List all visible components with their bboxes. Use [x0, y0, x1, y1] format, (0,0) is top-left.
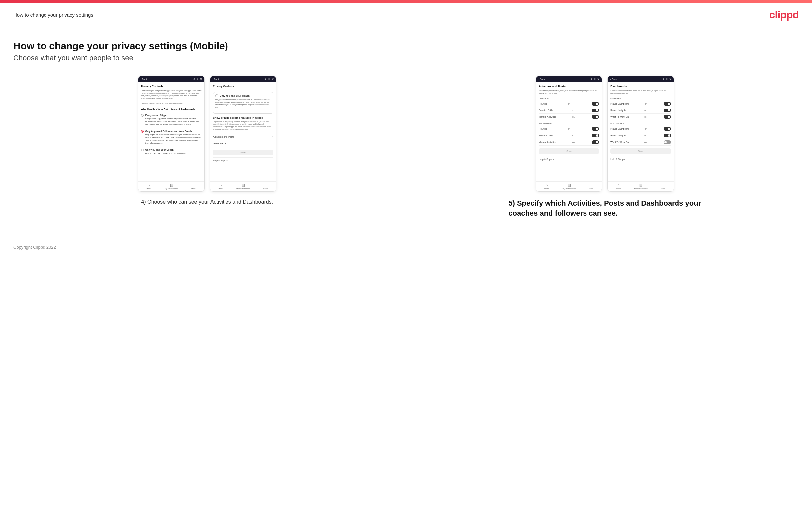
- toggle-row-coaches-manual: Manual Activities ON: [539, 114, 599, 120]
- home-label-3: Home: [544, 188, 549, 190]
- toggle-followers-round-insights[interactable]: [664, 134, 671, 137]
- search-icon-4[interactable]: ☌: [663, 78, 664, 80]
- toggle-followers-rounds[interactable]: [592, 127, 599, 131]
- toggle-coaches-rounds[interactable]: [592, 102, 599, 106]
- footer-performance-4[interactable]: ▤ My Performance: [634, 183, 648, 190]
- phone-footer-1: ⌂ Home ▤ My Performance ☰ Menu: [139, 181, 204, 191]
- toggle-coaches-drills[interactable]: [592, 109, 599, 112]
- header-icons-2: ☌ ☺ ⚙: [265, 78, 274, 80]
- header: How to change your privacy settings clip…: [0, 3, 812, 27]
- footer-home-4[interactable]: ⌂ Home: [616, 183, 621, 190]
- toggle-coaches-round-insights[interactable]: [664, 109, 671, 112]
- on-label-f-d: ON: [570, 135, 573, 137]
- footer-performance-3[interactable]: ▤ My Performance: [563, 183, 576, 190]
- back-label-4: Back: [612, 78, 617, 80]
- toggle-followers-player[interactable]: [664, 127, 671, 131]
- person-icon-2[interactable]: ☺: [268, 78, 270, 80]
- footer-menu-2[interactable]: ☰ Menu: [263, 183, 268, 190]
- phone-body-3: Activities and Posts Select the types of…: [536, 82, 602, 181]
- body-text-4: Select the dashboards that you'd like to…: [610, 90, 671, 95]
- menu-label-1: Menu: [191, 188, 196, 190]
- what-to-work-label-coaches: What To Work On: [610, 116, 629, 118]
- person-icon-3[interactable]: ☺: [594, 78, 596, 80]
- menu-item-activities[interactable]: Activities and Posts ›: [213, 134, 273, 140]
- person-icon-4[interactable]: ☺: [666, 78, 668, 80]
- save-btn-3[interactable]: Save: [539, 148, 599, 154]
- search-icon-2[interactable]: ☌: [265, 78, 267, 80]
- footer-performance-2[interactable]: ▤ My Performance: [237, 183, 250, 190]
- search-icon-3[interactable]: ☌: [591, 78, 593, 80]
- back-btn-1[interactable]: ‹ Back: [141, 78, 147, 80]
- performance-label-4: My Performance: [634, 188, 648, 190]
- toggle-coaches-manual[interactable]: [592, 115, 599, 119]
- settings-icon-1[interactable]: ⚙: [200, 78, 202, 80]
- footer-performance-1[interactable]: ▤ My Performance: [165, 183, 178, 190]
- save-btn-2[interactable]: Save: [213, 150, 273, 155]
- body-text-1: Control how you and your data appears to…: [141, 90, 202, 105]
- settings-icon-3[interactable]: ⚙: [598, 78, 600, 80]
- page-subtitle: Choose what you want people to see: [13, 54, 799, 62]
- help-support-4: Help & Support: [610, 156, 671, 162]
- settings-icon-4[interactable]: ⚙: [669, 78, 671, 80]
- player-dash-label-followers: Player Dashboard: [610, 128, 629, 130]
- footer-home-2[interactable]: ⌂ Home: [218, 183, 223, 190]
- show-hide-text: Regardless of the privacy controls that …: [213, 121, 273, 131]
- logo: clippd: [769, 9, 799, 21]
- back-btn-4[interactable]: ‹ Back: [610, 78, 617, 80]
- only-you-desc: Only you and the coaches you connect wit…: [215, 99, 271, 109]
- toggle-followers-manual[interactable]: [592, 140, 599, 144]
- on-label-c-r: ON: [568, 103, 570, 105]
- toggle-followers-what-to-work[interactable]: [664, 140, 671, 144]
- radio-text-3: Only You and Your Coach Only you and the…: [146, 148, 186, 155]
- toggle-row-followers-round-insights: Round Insights ON: [610, 132, 671, 139]
- back-btn-2[interactable]: ‹ Back: [212, 78, 219, 80]
- coaches-label-4: COACHES: [610, 97, 671, 99]
- phone-header-3: ‹ Back ☌ ☺ ⚙: [536, 76, 602, 82]
- followers-label-3: FOLLOWERS: [539, 122, 599, 124]
- performance-icon-2: ▤: [242, 183, 245, 187]
- settings-icon-2[interactable]: ⚙: [272, 78, 274, 80]
- menu-item-dashboards[interactable]: Dashboards ›: [213, 140, 273, 147]
- radio-option-2[interactable]: Only Approved Followers and Your Coach O…: [141, 128, 202, 146]
- back-label-3: Back: [540, 78, 545, 80]
- on-label-fww: ON: [644, 142, 647, 143]
- toggle-row-followers-what-to-work: What To Work On ON: [610, 139, 671, 146]
- toggle-row-coaches-player: Player Dashboard ON: [610, 101, 671, 107]
- caption-2: 5) Specify which Activities, Posts and D…: [508, 199, 701, 218]
- back-btn-3[interactable]: ‹ Back: [538, 78, 545, 80]
- person-icon-1[interactable]: ☺: [196, 78, 199, 80]
- phone-footer-2: ⌂ Home ▤ My Performance ☰ Menu: [210, 181, 276, 191]
- radio-option-1[interactable]: Everyone on Clippd Everyone on Clippd ca…: [141, 112, 202, 127]
- toggle-followers-drills[interactable]: [592, 134, 599, 137]
- toggle-coaches-what-to-work[interactable]: [664, 115, 671, 119]
- screenshot-pair-2: ‹ Back ☌ ☺ ⚙ Activities and Posts Select…: [536, 76, 674, 192]
- radio-option-3[interactable]: Only You and Your Coach Only you and the…: [141, 147, 202, 156]
- performance-label-3: My Performance: [563, 188, 576, 190]
- footer-home-3[interactable]: ⌂ Home: [544, 183, 549, 190]
- screenshot-group-2: ‹ Back ☌ ☺ ⚙ Activities and Posts Select…: [411, 76, 799, 218]
- subsection-title-1: Who Can See Your Activities and Dashboar…: [141, 108, 202, 111]
- header-icons-4: ☌ ☺ ⚙: [663, 78, 671, 80]
- round-insights-label-coaches: Round Insights: [610, 109, 626, 111]
- dashboards-label: Dashboards: [213, 142, 226, 145]
- footer-menu-3[interactable]: ☰ Menu: [589, 183, 594, 190]
- performance-label-2: My Performance: [237, 188, 250, 190]
- footer-menu-1[interactable]: ☰ Menu: [191, 183, 196, 190]
- footer-copyright: Copyright Clippd 2022: [0, 238, 812, 256]
- search-icon-1[interactable]: ☌: [193, 78, 195, 80]
- performance-label-1: My Performance: [165, 188, 178, 190]
- drills-label-followers: Practice Drills: [539, 134, 553, 137]
- activities-label: Activities and Posts: [213, 135, 235, 138]
- footer-home-1[interactable]: ⌂ Home: [147, 183, 152, 190]
- save-btn-4[interactable]: Save: [610, 148, 671, 154]
- privacy-tab-2[interactable]: Privacy Controls: [213, 84, 234, 89]
- body-text-3: Select the types of activity that you'd …: [539, 90, 599, 95]
- footer-menu-4[interactable]: ☰ Menu: [661, 183, 666, 190]
- toggle-row-coaches-rounds: Rounds ON: [539, 101, 599, 107]
- chevron-left-icon-3: ‹: [538, 78, 539, 80]
- menu-label-4: Menu: [661, 188, 666, 190]
- toggle-coaches-player[interactable]: [664, 102, 671, 106]
- phone-body-2: Privacy Controls Only You and Your Coach…: [210, 82, 276, 181]
- menu-icon-2: ☰: [264, 183, 267, 187]
- phone-mockup-3: ‹ Back ☌ ☺ ⚙ Activities and Posts Select…: [536, 76, 602, 192]
